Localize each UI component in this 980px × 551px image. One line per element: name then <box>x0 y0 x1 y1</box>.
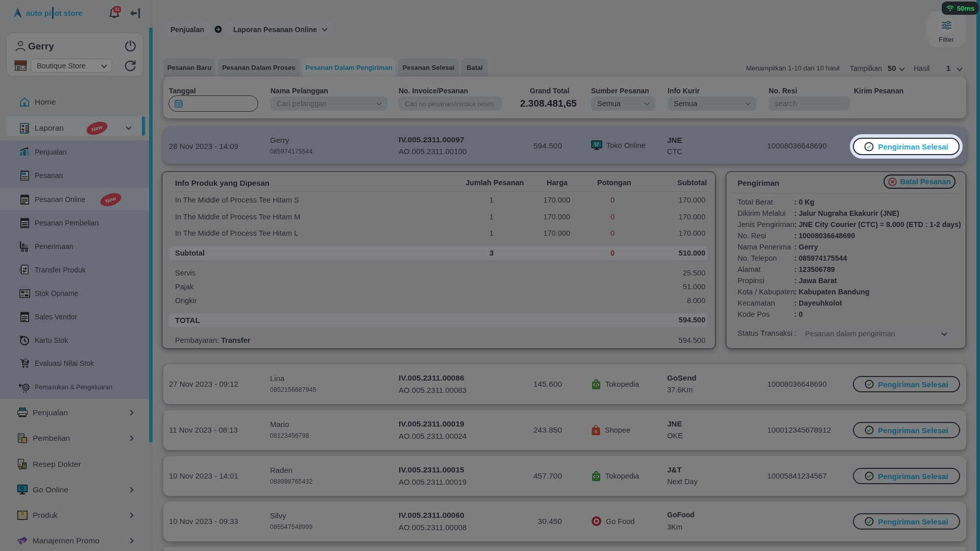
svg-text:%: % <box>21 539 24 543</box>
svg-text:S: S <box>594 429 597 434</box>
svg-text:Rp: Rp <box>23 360 28 364</box>
